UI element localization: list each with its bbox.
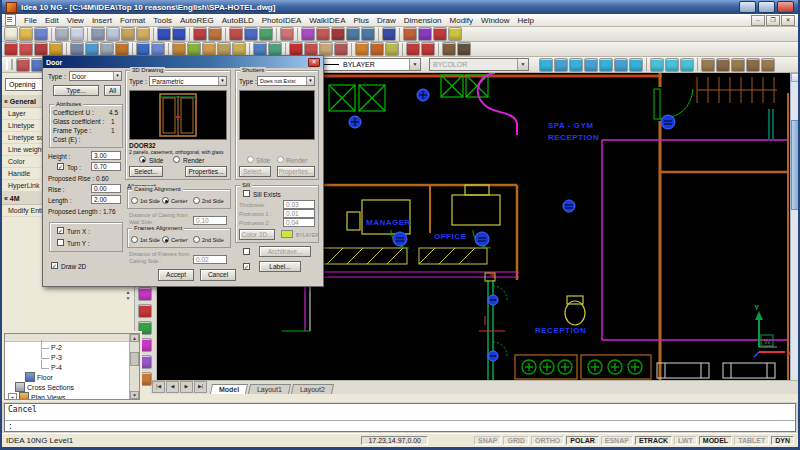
status-toggle[interactable]: GRID <box>503 436 529 445</box>
separator[interactable] <box>351 43 352 56</box>
menu-item[interactable]: Insert <box>88 15 116 26</box>
menu-item[interactable]: Plus <box>350 15 374 26</box>
paste-icon[interactable] <box>121 27 135 41</box>
print-preview-icon[interactable] <box>70 27 84 41</box>
mdi-minimize-button[interactable]: – <box>751 15 765 26</box>
frames-center-radio[interactable] <box>162 236 169 243</box>
window-icon[interactable] <box>187 42 201 56</box>
pen-2-icon[interactable] <box>457 42 471 56</box>
stairs-icon[interactable] <box>217 42 231 56</box>
top-checkbox[interactable]: ✓ <box>57 163 64 170</box>
zoom-previous-icon[interactable] <box>731 58 745 72</box>
label-button[interactable]: Label... <box>259 261 301 272</box>
close-button[interactable] <box>777 1 794 13</box>
separator[interactable] <box>132 43 133 56</box>
status-toggle[interactable]: LWT <box>674 436 697 445</box>
save-icon[interactable] <box>34 27 48 41</box>
menu-item[interactable]: PhotoIDEA <box>258 15 306 26</box>
3d-type-combo[interactable]: Parametric▼ <box>149 76 227 86</box>
zoom-realtime-icon[interactable] <box>701 58 715 72</box>
tree-item-p3[interactable]: P-3 <box>5 352 139 362</box>
layout-tab[interactable]: Layout2 <box>291 384 334 394</box>
wall-icon[interactable] <box>4 42 18 56</box>
zoom-extents-2-icon[interactable] <box>761 58 775 72</box>
sill-exists-checkbox[interactable] <box>243 190 250 197</box>
draw-2d-checkbox[interactable]: ✓ <box>51 262 58 269</box>
wireframe-icon[interactable] <box>554 58 568 72</box>
label-checkbox[interactable]: ✓ <box>243 263 250 270</box>
dialog-title-bar[interactable]: Door ✕ <box>43 56 323 68</box>
new-icon[interactable] <box>4 27 18 41</box>
tree-item-floor[interactable]: Floor <box>5 372 139 382</box>
separator[interactable] <box>402 43 403 56</box>
expand-icon[interactable]: + <box>8 393 17 401</box>
triangle-down-icon[interactable] <box>421 42 435 56</box>
dim-horizontal-icon[interactable] <box>138 287 152 301</box>
architrave-checkbox[interactable] <box>243 248 250 255</box>
elevation-icon[interactable] <box>334 42 348 56</box>
status-toggle[interactable]: DYN <box>771 436 794 445</box>
menu-item[interactable]: Window <box>477 15 513 26</box>
menu-item[interactable]: AutoBLD <box>218 15 258 26</box>
turn-y-checkbox[interactable] <box>57 239 64 246</box>
all-button[interactable]: All <box>104 85 121 96</box>
separator[interactable] <box>285 43 286 56</box>
scrollbar-thumb[interactable] <box>791 120 800 210</box>
undo-icon[interactable] <box>157 27 171 41</box>
brush-icon[interactable] <box>355 42 369 56</box>
menu-item[interactable]: Tools <box>149 15 176 26</box>
grid-icon[interactable] <box>70 42 84 56</box>
scroll-up-icon[interactable] <box>791 73 800 82</box>
text-icon[interactable] <box>289 42 303 56</box>
separator[interactable] <box>297 28 298 41</box>
menu-item[interactable]: Modify <box>446 15 478 26</box>
dim-vertical-icon[interactable] <box>138 304 152 318</box>
separator[interactable] <box>646 58 647 71</box>
length-field[interactable]: 2.00 <box>91 195 121 204</box>
status-toggle[interactable]: ESNAP <box>601 436 633 445</box>
box-3d-icon[interactable] <box>629 58 643 72</box>
rise-field[interactable]: 0.00 <box>91 184 121 193</box>
measure-icon[interactable] <box>259 27 273 41</box>
linetype-combo[interactable]: BYLAYER ▼ <box>309 58 421 71</box>
polyline-icon[interactable] <box>244 27 258 41</box>
orbit-icon[interactable] <box>584 58 598 72</box>
opening-icon[interactable] <box>202 42 216 56</box>
separator[interactable] <box>378 28 379 41</box>
menu-item[interactable]: View <box>63 15 88 26</box>
menu-item[interactable]: Help <box>514 15 538 26</box>
type-button[interactable]: Type... <box>53 85 99 96</box>
separator[interactable] <box>438 43 439 56</box>
diamond-view-3-icon[interactable] <box>680 58 694 72</box>
cut-icon[interactable] <box>91 27 105 41</box>
tree-item-cross-sections[interactable]: Cross Sections <box>5 382 139 392</box>
join-icon[interactable] <box>151 42 165 56</box>
dialog-close-icon[interactable]: ✕ <box>308 58 320 67</box>
layout-tab[interactable]: Layout1 <box>248 384 291 394</box>
command-input[interactable]: : <box>5 421 795 432</box>
separator[interactable] <box>697 58 698 71</box>
hidden-line-icon[interactable] <box>569 58 583 72</box>
maximize-button[interactable] <box>758 1 775 13</box>
separator[interactable] <box>399 28 400 41</box>
separator[interactable] <box>225 28 226 41</box>
height-field[interactable]: 3.00 <box>91 151 121 160</box>
tree-vscrollbar[interactable]: ▲ ▼ <box>129 334 139 399</box>
wall-double-icon[interactable] <box>19 42 33 56</box>
menu-item[interactable]: Format <box>116 15 149 26</box>
casing-1st-radio[interactable] <box>131 197 138 204</box>
minimize-button[interactable] <box>739 1 756 13</box>
menu-item[interactable]: WalkIDEA <box>305 15 349 26</box>
open-icon[interactable] <box>19 27 33 41</box>
accept-button[interactable]: Accept <box>158 269 194 281</box>
casing-center-radio[interactable] <box>162 197 169 204</box>
frames-2nd-radio[interactable] <box>193 236 200 243</box>
diamond-view-2-icon[interactable] <box>665 58 679 72</box>
zoom-extents-icon[interactable] <box>316 27 330 41</box>
menu-item[interactable]: File <box>20 15 41 26</box>
turn-x-checkbox[interactable]: ✓ <box>57 227 64 234</box>
separator[interactable] <box>168 43 169 56</box>
copy-icon[interactable] <box>106 27 120 41</box>
layers-icon[interactable] <box>385 42 399 56</box>
status-toggle[interactable]: MODEL <box>699 436 732 445</box>
